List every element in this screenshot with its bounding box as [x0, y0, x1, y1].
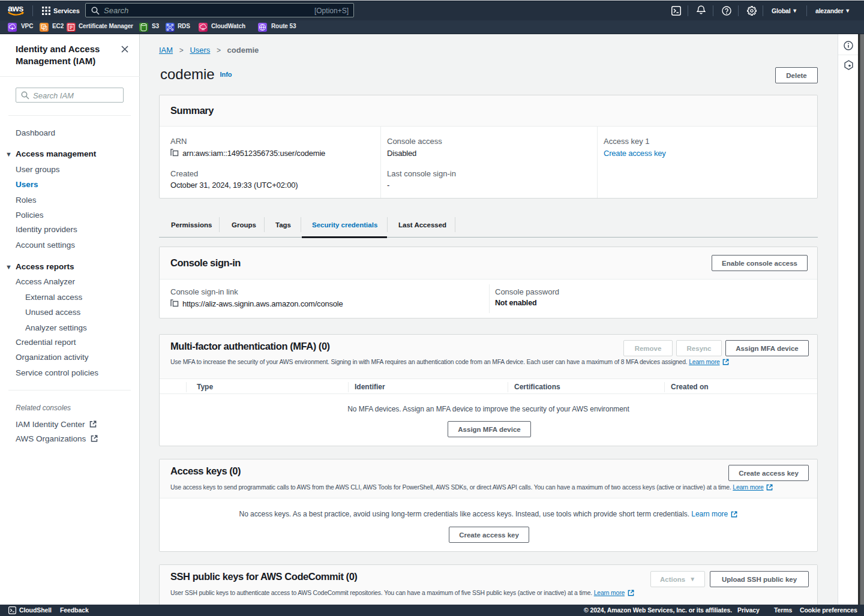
svg-text:aws: aws: [8, 4, 23, 13]
